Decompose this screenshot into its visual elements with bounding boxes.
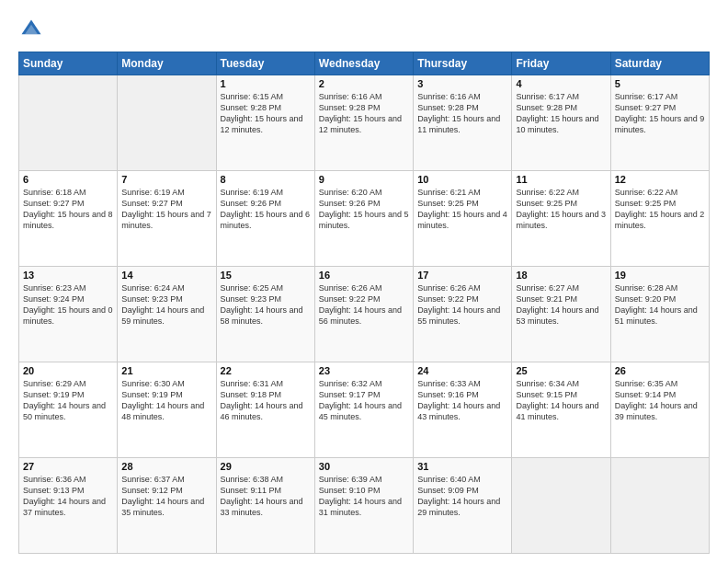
calendar-cell: 7Sunrise: 6:19 AMSunset: 9:27 PMDaylight… bbox=[118, 171, 216, 267]
day-number: 13 bbox=[23, 270, 113, 281]
cell-info: Sunrise: 6:20 AMSunset: 9:26 PMDaylight:… bbox=[319, 187, 409, 232]
day-number: 6 bbox=[23, 174, 113, 185]
cell-info: Sunrise: 6:35 AMSunset: 9:14 PMDaylight:… bbox=[615, 378, 705, 423]
day-number: 9 bbox=[319, 174, 409, 185]
calendar-cell bbox=[512, 458, 610, 554]
cell-info: Sunrise: 6:21 AMSunset: 9:25 PMDaylight:… bbox=[417, 187, 507, 232]
cell-info: Sunrise: 6:17 AMSunset: 9:28 PMDaylight:… bbox=[516, 91, 606, 136]
day-number: 7 bbox=[121, 174, 211, 185]
cell-info: Sunrise: 6:28 AMSunset: 9:20 PMDaylight:… bbox=[615, 282, 705, 327]
day-number: 19 bbox=[615, 270, 705, 281]
cell-info: Sunrise: 6:33 AMSunset: 9:16 PMDaylight:… bbox=[417, 378, 507, 423]
cell-info: Sunrise: 6:34 AMSunset: 9:15 PMDaylight:… bbox=[516, 378, 606, 423]
calendar-cell: 14Sunrise: 6:24 AMSunset: 9:23 PMDayligh… bbox=[118, 267, 216, 362]
day-number: 23 bbox=[319, 365, 409, 376]
day-number: 17 bbox=[417, 270, 507, 281]
cell-info: Sunrise: 6:16 AMSunset: 9:28 PMDaylight:… bbox=[319, 91, 409, 136]
day-header-sunday: Sunday bbox=[19, 52, 118, 75]
calendar-cell: 8Sunrise: 6:19 AMSunset: 9:26 PMDaylight… bbox=[216, 171, 314, 267]
calendar-cell: 12Sunrise: 6:22 AMSunset: 9:25 PMDayligh… bbox=[610, 171, 709, 267]
calendar-cell: 21Sunrise: 6:30 AMSunset: 9:19 PMDayligh… bbox=[118, 362, 216, 458]
calendar-cell bbox=[610, 458, 709, 554]
day-number: 18 bbox=[516, 270, 606, 281]
day-number: 30 bbox=[319, 461, 409, 472]
day-header-wednesday: Wednesday bbox=[314, 52, 413, 75]
calendar-header: SundayMondayTuesdayWednesdayThursdayFrid… bbox=[19, 52, 710, 75]
logo bbox=[18, 17, 48, 42]
calendar-cell: 5Sunrise: 6:17 AMSunset: 9:27 PMDaylight… bbox=[610, 75, 709, 171]
day-header-thursday: Thursday bbox=[414, 52, 512, 75]
header bbox=[18, 17, 710, 42]
calendar-cell: 28Sunrise: 6:37 AMSunset: 9:12 PMDayligh… bbox=[118, 458, 216, 554]
cell-info: Sunrise: 6:19 AMSunset: 9:26 PMDaylight:… bbox=[221, 187, 311, 232]
cell-info: Sunrise: 6:17 AMSunset: 9:27 PMDaylight:… bbox=[615, 91, 705, 136]
calendar-cell bbox=[118, 75, 216, 171]
week-row-2: 6Sunrise: 6:18 AMSunset: 9:27 PMDaylight… bbox=[19, 171, 710, 267]
day-number: 5 bbox=[615, 78, 705, 89]
cell-info: Sunrise: 6:32 AMSunset: 9:17 PMDaylight:… bbox=[319, 378, 409, 423]
week-row-4: 20Sunrise: 6:29 AMSunset: 9:19 PMDayligh… bbox=[19, 362, 710, 458]
cell-info: Sunrise: 6:26 AMSunset: 9:22 PMDaylight:… bbox=[417, 282, 507, 327]
week-row-3: 13Sunrise: 6:23 AMSunset: 9:24 PMDayligh… bbox=[19, 267, 710, 362]
calendar-cell bbox=[19, 75, 118, 171]
day-number: 12 bbox=[615, 174, 705, 185]
calendar-cell: 1Sunrise: 6:15 AMSunset: 9:28 PMDaylight… bbox=[216, 75, 314, 171]
calendar-cell: 27Sunrise: 6:36 AMSunset: 9:13 PMDayligh… bbox=[19, 458, 118, 554]
day-number: 25 bbox=[516, 365, 606, 376]
calendar-cell: 16Sunrise: 6:26 AMSunset: 9:22 PMDayligh… bbox=[314, 267, 413, 362]
calendar-body: 1Sunrise: 6:15 AMSunset: 9:28 PMDaylight… bbox=[19, 75, 710, 554]
day-header-tuesday: Tuesday bbox=[216, 52, 314, 75]
calendar-table: SundayMondayTuesdayWednesdayThursdayFrid… bbox=[18, 52, 710, 554]
cell-info: Sunrise: 6:19 AMSunset: 9:27 PMDaylight:… bbox=[121, 187, 211, 232]
cell-info: Sunrise: 6:22 AMSunset: 9:25 PMDaylight:… bbox=[516, 187, 606, 232]
cell-info: Sunrise: 6:27 AMSunset: 9:21 PMDaylight:… bbox=[516, 282, 606, 327]
day-number: 29 bbox=[221, 461, 311, 472]
cell-info: Sunrise: 6:31 AMSunset: 9:18 PMDaylight:… bbox=[221, 378, 311, 423]
day-number: 22 bbox=[221, 365, 311, 376]
calendar-cell: 29Sunrise: 6:38 AMSunset: 9:11 PMDayligh… bbox=[216, 458, 314, 554]
calendar-cell: 9Sunrise: 6:20 AMSunset: 9:26 PMDaylight… bbox=[314, 171, 413, 267]
day-number: 3 bbox=[417, 78, 507, 89]
calendar-cell: 26Sunrise: 6:35 AMSunset: 9:14 PMDayligh… bbox=[610, 362, 709, 458]
header-row: SundayMondayTuesdayWednesdayThursdayFrid… bbox=[19, 52, 710, 75]
calendar-cell: 2Sunrise: 6:16 AMSunset: 9:28 PMDaylight… bbox=[314, 75, 413, 171]
calendar-cell: 4Sunrise: 6:17 AMSunset: 9:28 PMDaylight… bbox=[512, 75, 610, 171]
cell-info: Sunrise: 6:40 AMSunset: 9:09 PMDaylight:… bbox=[417, 474, 507, 519]
calendar-cell: 31Sunrise: 6:40 AMSunset: 9:09 PMDayligh… bbox=[414, 458, 512, 554]
cell-info: Sunrise: 6:18 AMSunset: 9:27 PMDaylight:… bbox=[23, 187, 113, 232]
day-header-friday: Friday bbox=[512, 52, 610, 75]
week-row-5: 27Sunrise: 6:36 AMSunset: 9:13 PMDayligh… bbox=[19, 458, 710, 554]
page: SundayMondayTuesdayWednesdayThursdayFrid… bbox=[0, 0, 728, 563]
day-number: 28 bbox=[121, 461, 211, 472]
calendar-cell: 19Sunrise: 6:28 AMSunset: 9:20 PMDayligh… bbox=[610, 267, 709, 362]
day-number: 20 bbox=[23, 365, 113, 376]
day-header-saturday: Saturday bbox=[610, 52, 709, 75]
day-number: 16 bbox=[319, 270, 409, 281]
cell-info: Sunrise: 6:30 AMSunset: 9:19 PMDaylight:… bbox=[121, 378, 211, 423]
cell-info: Sunrise: 6:38 AMSunset: 9:11 PMDaylight:… bbox=[221, 474, 311, 519]
day-number: 26 bbox=[615, 365, 705, 376]
calendar-cell: 3Sunrise: 6:16 AMSunset: 9:28 PMDaylight… bbox=[414, 75, 512, 171]
calendar-cell: 22Sunrise: 6:31 AMSunset: 9:18 PMDayligh… bbox=[216, 362, 314, 458]
day-number: 2 bbox=[319, 78, 409, 89]
day-number: 31 bbox=[417, 461, 507, 472]
day-number: 10 bbox=[417, 174, 507, 185]
day-number: 14 bbox=[121, 270, 211, 281]
cell-info: Sunrise: 6:23 AMSunset: 9:24 PMDaylight:… bbox=[23, 282, 113, 327]
day-number: 4 bbox=[516, 78, 606, 89]
cell-info: Sunrise: 6:36 AMSunset: 9:13 PMDaylight:… bbox=[23, 474, 113, 519]
day-number: 8 bbox=[221, 174, 311, 185]
calendar-cell: 18Sunrise: 6:27 AMSunset: 9:21 PMDayligh… bbox=[512, 267, 610, 362]
day-header-monday: Monday bbox=[118, 52, 216, 75]
cell-info: Sunrise: 6:24 AMSunset: 9:23 PMDaylight:… bbox=[121, 282, 211, 327]
day-number: 1 bbox=[221, 78, 311, 89]
calendar-cell: 23Sunrise: 6:32 AMSunset: 9:17 PMDayligh… bbox=[314, 362, 413, 458]
cell-info: Sunrise: 6:16 AMSunset: 9:28 PMDaylight:… bbox=[417, 91, 507, 136]
calendar-cell: 10Sunrise: 6:21 AMSunset: 9:25 PMDayligh… bbox=[414, 171, 512, 267]
cell-info: Sunrise: 6:37 AMSunset: 9:12 PMDaylight:… bbox=[121, 474, 211, 519]
day-number: 27 bbox=[23, 461, 113, 472]
cell-info: Sunrise: 6:29 AMSunset: 9:19 PMDaylight:… bbox=[23, 378, 113, 423]
day-number: 24 bbox=[417, 365, 507, 376]
calendar-cell: 11Sunrise: 6:22 AMSunset: 9:25 PMDayligh… bbox=[512, 171, 610, 267]
calendar-cell: 13Sunrise: 6:23 AMSunset: 9:24 PMDayligh… bbox=[19, 267, 118, 362]
